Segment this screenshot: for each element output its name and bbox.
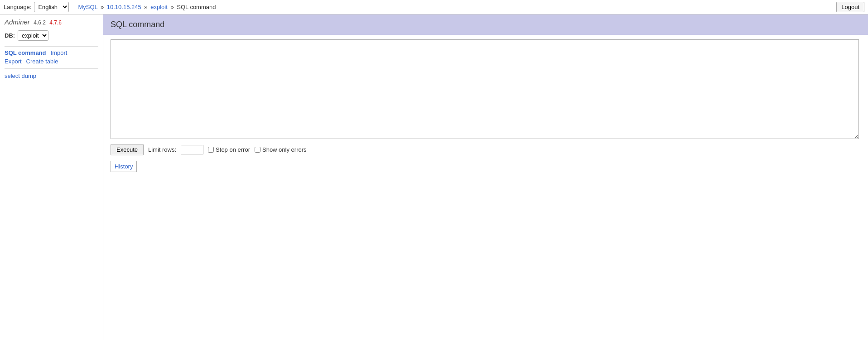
page-header: SQL command	[103, 14, 868, 35]
history-link[interactable]: History	[115, 163, 133, 170]
breadcrumb-exploit[interactable]: exploit	[150, 4, 168, 10]
page-title: SQL command	[111, 20, 164, 29]
controls-row: Execute Limit rows: Stop on error Show o…	[111, 144, 861, 155]
limit-rows-label: Limit rows:	[148, 146, 176, 153]
show-only-errors-checkbox[interactable]	[255, 147, 260, 153]
top-bar-left: Language: English Czech German French Sp…	[4, 2, 69, 12]
version-new: 4.7.6	[49, 19, 62, 26]
sql-textarea[interactable]	[111, 39, 859, 139]
sidebar-nav: SQL command Import Export Create table	[5, 49, 98, 65]
logout-button[interactable]: Logout	[836, 2, 864, 12]
breadcrumb-mysql[interactable]: MySQL	[78, 4, 97, 10]
db-select[interactable]: exploit	[18, 30, 48, 41]
nav-create-table[interactable]: Create table	[26, 58, 58, 65]
breadcrumb-sep2: »	[144, 4, 147, 10]
sidebar-divider2	[5, 68, 98, 69]
content-area: Execute Limit rows: Stop on error Show o…	[103, 35, 868, 341]
breadcrumb-current: SQL command	[177, 4, 216, 10]
layout: Adminer 4.6.2 4.7.6 DB: exploit SQL comm…	[0, 14, 868, 341]
nav-sql-command[interactable]: SQL command	[5, 49, 46, 56]
nav-export[interactable]: Export	[5, 58, 22, 65]
breadcrumb-sep3: »	[170, 4, 174, 10]
execute-button[interactable]: Execute	[111, 144, 144, 155]
app-title: Adminer 4.6.2 4.7.6	[5, 18, 98, 26]
language-select[interactable]: English Czech German French Spanish	[34, 2, 69, 12]
sidebar: Adminer 4.6.2 4.7.6 DB: exploit SQL comm…	[0, 14, 103, 341]
limit-rows-input[interactable]	[181, 145, 203, 154]
app-name: Adminer	[5, 18, 30, 26]
sidebar-nav-row1: SQL command Import	[5, 49, 98, 56]
stop-on-error-label: Stop on error	[208, 146, 250, 153]
language-label: Language:	[4, 4, 31, 10]
breadcrumb: MySQL » 10.10.15.245 » exploit » SQL com…	[69, 4, 836, 10]
sidebar-nav-row2: Export Create table	[5, 58, 98, 65]
nav-import[interactable]: Import	[51, 49, 68, 56]
breadcrumb-ip[interactable]: 10.10.15.245	[107, 4, 141, 10]
select-dump-link[interactable]: select dump	[5, 72, 36, 79]
db-row: DB: exploit	[5, 30, 98, 41]
version-old: 4.6.2	[34, 19, 46, 26]
top-bar: Language: English Czech German French Sp…	[0, 0, 868, 14]
main: SQL command Execute Limit rows: Stop on …	[103, 14, 868, 341]
stop-on-error-checkbox[interactable]	[208, 147, 214, 153]
db-label: DB:	[5, 32, 15, 39]
sidebar-divider	[5, 46, 98, 47]
history-section: History	[111, 161, 137, 172]
show-only-errors-label: Show only errors	[255, 146, 307, 153]
breadcrumb-sep1: »	[101, 4, 104, 10]
